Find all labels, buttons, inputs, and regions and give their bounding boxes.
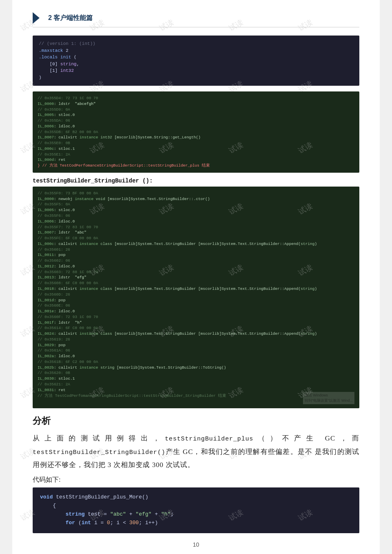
windows-activate-text: 激活 Windows 转到"电脑设置"以激活 Wind...: [303, 392, 354, 404]
page-number: 10: [33, 541, 359, 548]
code-label: 代码如下:: [33, 476, 359, 484]
section-heading-analysis: 分析: [33, 415, 359, 427]
il-block-2: // 0x355F0: 73 BF 00 00 0A IL_0000: newo…: [33, 187, 359, 408]
body-text-analysis: 从上面的测试用例得出，testStringBuilder_plus（）不产生 G…: [33, 432, 359, 472]
method-title-2: testStringBuilder_StringBuilder ():: [33, 178, 359, 184]
chapter-icon: [33, 12, 44, 24]
page: 2 客户端性能篇 // (version 1: (int)) .maxstack…: [12, 0, 380, 554]
il-block-1: // 0x355D4: 72 73 1C 00 70 IL_0000: ldst…: [33, 91, 359, 173]
code-block-version1: // (version 1: (int)) .maxstack 2 .local…: [33, 36, 359, 86]
chapter-title: 2 客户端性能篇: [48, 14, 93, 22]
chapter-header: 2 客户端性能篇: [33, 12, 359, 27]
code-block-bottom: void testStringBuilder_plus_More() { str…: [33, 487, 359, 533]
